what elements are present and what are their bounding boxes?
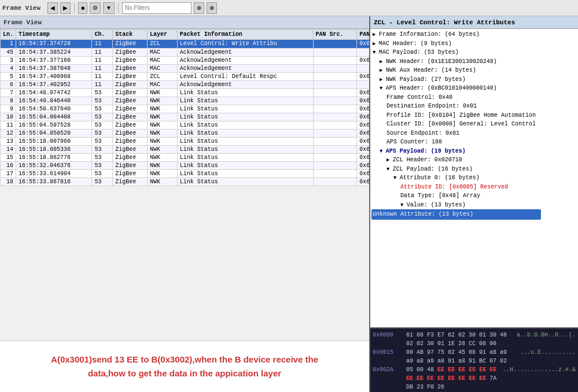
- tree-item[interactable]: ▼ ZCL Payload: (16 bytes): [371, 165, 577, 174]
- stop-button[interactable]: ■: [78, 2, 87, 14]
- table-row[interactable]: 916:54:50.63764053ZigBeeNWKLink Status0x…: [1, 105, 370, 113]
- tree-item[interactable]: Frame Control: 0x40: [371, 93, 577, 102]
- table-cell: 3: [1, 56, 16, 64]
- frame-view-title: Frame View: [3, 19, 42, 26]
- col-packet-info[interactable]: Packet Information: [177, 29, 313, 39]
- tree-label: Cluster ID: [0x0008] General: Level Cont…: [386, 121, 536, 127]
- table-cell: [313, 56, 357, 64]
- tree-item[interactable]: ▶ NWK Header: (0x1E1E300130020248): [371, 57, 577, 66]
- table-cell: 11: [92, 56, 113, 64]
- table-row[interactable]: 1516:55:18.86277653ZigBeeNWKLink Status0…: [1, 153, 370, 161]
- table-cell: [313, 48, 357, 56]
- tree-toggle[interactable]: ▶: [373, 32, 379, 38]
- tree-item[interactable]: Attribute ID: [0x0005] Reserved: [371, 183, 577, 192]
- filter-input[interactable]: [122, 2, 192, 14]
- table-row[interactable]: 1416:55:18.60533653ZigBeeNWKLink Status0…: [1, 145, 370, 153]
- tree-item[interactable]: Unknown Attribute: (13 bytes): [371, 209, 541, 220]
- table-cell: 16:55:32.046376: [16, 161, 92, 169]
- tree-container[interactable]: ▶ Frame Information: (64 bytes)▶ MAC Hea…: [370, 29, 578, 328]
- table-row[interactable]: 416:54:37.38704811ZigBeeMACAcknowledgeme…: [1, 64, 370, 72]
- tree-item[interactable]: ▼ MAC Payload: (53 bytes): [371, 48, 577, 57]
- separator1: [74, 3, 75, 13]
- col-pan-src[interactable]: PAN Src.: [313, 29, 357, 39]
- filter-icon-button[interactable]: ▼: [103, 2, 115, 14]
- tree-item[interactable]: Source Endpoint: 0x01: [371, 129, 577, 138]
- table-row[interactable]: 1316:55:18.00796053ZigBeeNWKLink Status0…: [1, 137, 370, 145]
- back-button[interactable]: ◀: [47, 2, 58, 14]
- table-row[interactable]: 1816:55:33.86781653ZigBeeNWKLink Status0…: [1, 177, 370, 186]
- table-cell: 10: [1, 113, 16, 121]
- col-stack[interactable]: Stack: [113, 29, 148, 39]
- tree-toggle[interactable]: ▼: [380, 86, 386, 91]
- col-layer[interactable]: Layer: [147, 29, 177, 39]
- hex-bytes: 00 AB 97 75 02 45 08 91 a8 a9 a9 a8 a9 a…: [406, 348, 516, 365]
- filter-clear-button[interactable]: ⊗: [207, 2, 217, 14]
- tree-toggle[interactable]: ▶: [380, 68, 386, 73]
- table-row[interactable]: 1116:55:04.59752853ZigBeeNWKLink Status0…: [1, 121, 370, 129]
- col-pan-dst[interactable]: PAN Dst.: [357, 29, 369, 39]
- tree-toggle[interactable]: ▼: [400, 202, 407, 208]
- table-cell: NWK: [147, 161, 177, 169]
- table-cell: [313, 113, 357, 121]
- table-cell: ZigBee: [113, 72, 148, 80]
- packet-table: Ln. Timestamp Ch. Stack Layer Packet Inf…: [0, 29, 369, 186]
- table-cell: 14: [1, 145, 16, 153]
- tree-item[interactable]: ▶ MAC Header: (9 bytes): [371, 39, 577, 49]
- table-cell: NWK: [147, 113, 177, 121]
- filter-apply-button[interactable]: ⊕: [194, 2, 204, 14]
- forward-button[interactable]: ▶: [60, 2, 71, 14]
- table-cell: 16:54:37.387048: [16, 64, 92, 72]
- packet-table-container[interactable]: Ln. Timestamp Ch. Stack Layer Packet Inf…: [0, 29, 369, 341]
- table-cell: MAC: [147, 80, 177, 88]
- tree-toggle[interactable]: ▼: [373, 50, 379, 56]
- tree-item[interactable]: ▼ Attribute 0: (16 bytes): [371, 173, 577, 183]
- table-row[interactable]: 116:54:37.37472811ZigBeeZCLLevel Control…: [1, 39, 370, 48]
- tree-toggle[interactable]: ▼: [386, 167, 393, 172]
- tree-item[interactable]: ▶ NWK Aux Header: (14 bytes): [371, 66, 577, 75]
- table-row[interactable]: 1216:55:04.85052053ZigBeeNWKLink Status0…: [1, 129, 370, 137]
- tree-item[interactable]: Destination Endpoint: 0x01: [371, 102, 577, 111]
- tree-toggle[interactable]: ▶: [373, 41, 379, 47]
- table-cell: ZigBee: [113, 80, 148, 88]
- tree-toggle[interactable]: ▼: [380, 149, 386, 154]
- table-cell: NWK: [147, 177, 177, 186]
- table-row[interactable]: 4516:54:37.38522411ZigBeeMACAcknowledgem…: [1, 48, 370, 56]
- col-timestamp[interactable]: Timestamp: [16, 29, 92, 39]
- col-ln[interactable]: Ln.: [1, 29, 16, 39]
- tree-item[interactable]: Profile ID: [0x0104] ZigBee Home Automat…: [371, 111, 577, 120]
- table-row[interactable]: 1616:55:32.04637653ZigBeeNWKLink Status0…: [1, 161, 370, 169]
- table-row[interactable]: 616:54:37.40295211ZigBeeMACAcknowledgeme…: [1, 80, 370, 88]
- settings-button[interactable]: ⚙: [90, 2, 101, 14]
- tree-toggle[interactable]: ▶: [380, 77, 386, 83]
- table-row[interactable]: 516:54:37.40096811ZigBeeZCLLevel Control…: [1, 72, 370, 80]
- tree-item[interactable]: ▼ APS Payload: (19 bytes): [371, 147, 577, 156]
- table-cell: NWK: [147, 121, 177, 129]
- table-cell: 16:55:33.614904: [16, 169, 92, 177]
- table-cell: MAC: [147, 64, 177, 72]
- table-row[interactable]: 1016:55:04.00440853ZigBeeNWKLink Status0…: [1, 113, 370, 121]
- table-row[interactable]: 716:54:48.97474253ZigBeeNWKLink Status0x…: [1, 88, 370, 97]
- table-row[interactable]: 816:54:49.84644053ZigBeeNWKLink Status0x…: [1, 97, 370, 105]
- table-cell: [313, 97, 357, 105]
- table-row[interactable]: 1716:55:33.61490453ZigBeeNWKLink Status0…: [1, 169, 370, 177]
- tree-toggle[interactable]: ▶: [386, 157, 393, 163]
- tree-label: Data Type: [0x48] Array: [400, 193, 480, 199]
- tree-toggle[interactable]: ▶: [380, 59, 386, 65]
- tree-item[interactable]: ▶ NWK Payload: (27 bytes): [371, 75, 577, 84]
- tree-item[interactable]: Data Type: [0x48] Array: [371, 191, 577, 201]
- tree-label: Frame Control: 0x40: [386, 94, 452, 101]
- tree-item[interactable]: ▼ Value: (13 bytes): [371, 201, 577, 210]
- table-cell: 0x62E7: [357, 161, 369, 169]
- table-cell: 16:55:33.867816: [16, 177, 92, 186]
- tree-item[interactable]: Cluster ID: [0x0008] General: Level Cont…: [371, 120, 577, 129]
- table-row[interactable]: 316:54:37.37716011ZigBeeMACAcknowledgeme…: [1, 56, 370, 64]
- col-ch[interactable]: Ch.: [92, 29, 113, 39]
- tree-item[interactable]: ▶ Frame Information: (64 bytes): [371, 30, 577, 39]
- tree-item[interactable]: APS Counter: 188: [371, 138, 577, 147]
- table-cell: 11: [92, 64, 113, 72]
- table-cell: Level Control: Write Attribu: [177, 39, 313, 48]
- tree-toggle[interactable]: ▼: [393, 175, 400, 181]
- tree-item[interactable]: ▶ ZCL Header: 0x020710: [371, 156, 577, 165]
- tree-item[interactable]: ▼ APS Header: (0xBC01010400080140): [371, 84, 577, 93]
- table-cell: 16:55:04.850520: [16, 129, 92, 137]
